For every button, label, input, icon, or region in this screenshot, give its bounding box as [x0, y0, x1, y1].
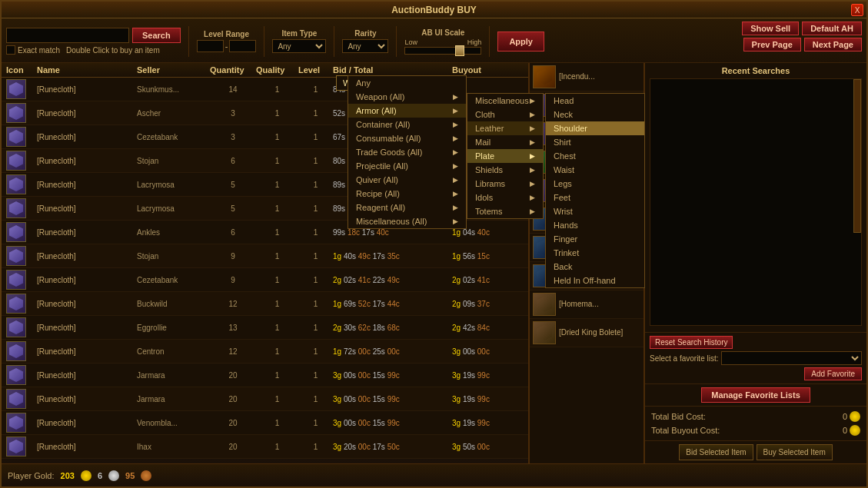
next-page-button[interactable]: Next Page — [804, 38, 862, 51]
right-list-item[interactable]: [Dried King Bolete] — [530, 319, 644, 347]
exact-match-checkbox[interactable] — [6, 45, 15, 55]
item-quality: 1 — [256, 347, 298, 356]
armor-leather[interactable]: Leather▶ — [467, 121, 543, 135]
menu-item-projectile[interactable]: Projectile (All)▶ — [348, 159, 466, 173]
table-row[interactable]: [Runecloth]Ihax20113g 20s 00c 17s 50c3g … — [2, 435, 528, 459]
search-input[interactable] — [6, 28, 129, 43]
buy-selected-button[interactable]: Buy Selected Item — [757, 444, 833, 460]
item-type-select[interactable]: Any Weapon Armor — [272, 39, 326, 53]
col-level: Level — [298, 65, 333, 75]
armor-librams[interactable]: Librams▶ — [467, 177, 543, 191]
menu-item-any[interactable]: Any — [348, 76, 466, 90]
item-seller: Eggrollie — [137, 324, 210, 332]
table-row[interactable]: [Runecloth]Stojan9111g 40s 49c 17s 35c1g… — [2, 244, 528, 268]
bid-selected-button[interactable]: Bid Selected Item — [679, 444, 753, 460]
table-row[interactable]: [Runecloth]Eggrollie13112g 30s 62c 18s 6… — [2, 316, 528, 340]
item-quality: 1 — [256, 300, 298, 308]
item-buyout: 2g 02s 41c — [452, 276, 524, 284]
arrow-icon: ▶ — [530, 152, 535, 160]
close-button[interactable]: X — [851, 4, 863, 16]
right-list-item[interactable]: [Homema... — [530, 290, 644, 319]
menu-item-weapon[interactable]: Weapon (All)▶ — [348, 90, 466, 104]
table-row[interactable]: [Runecloth]Cezetabank9112g 02s 41c 22s 4… — [2, 268, 528, 292]
armor-plate[interactable]: Plate▶ — [467, 149, 543, 163]
menu-item-misc[interactable]: Miscellaneous (All)▶ — [348, 214, 466, 228]
total-bid-label: Total Bid Cost: — [651, 412, 706, 421]
menu-item-recipe[interactable]: Recipe (All)▶ — [348, 187, 466, 201]
slot-finger[interactable]: Finger — [546, 232, 644, 246]
right-list-item[interactable]: [Incendu... — [530, 63, 644, 91]
item-icon — [6, 365, 37, 385]
close-icon: X — [855, 6, 860, 15]
menu-item-trade[interactable]: Trade Goods (All)▶ — [348, 145, 466, 159]
rarity-select[interactable]: Any Common Uncommon Rare — [342, 39, 388, 53]
exact-match-label[interactable]: Exact match — [6, 45, 60, 55]
slot-head[interactable]: Head — [546, 94, 644, 108]
slot-neck[interactable]: Neck — [546, 108, 644, 121]
table-row[interactable]: [Runecloth]Jarmara20113g 00s 00c 15s 99c… — [2, 387, 528, 411]
item-qty: 13 — [210, 324, 256, 332]
item-name: [Runecloth] — [37, 252, 137, 261]
slot-wrist[interactable]: Wrist — [546, 204, 644, 218]
item-name: [Runecloth] — [37, 133, 137, 141]
rarity-group: Rarity Any Common Uncommon Rare — [342, 29, 388, 53]
menu-item-armor[interactable]: Armor (All)▶ — [348, 104, 466, 118]
item-bid: 99s 18c 17s 40c — [333, 228, 452, 237]
table-row[interactable]: [Runecloth]Jarmara20113g 00s 00c 15s 99c… — [2, 364, 528, 387]
level-max-input[interactable] — [229, 40, 256, 52]
arrow-icon: ▶ — [530, 166, 535, 174]
slot-held-off-hand[interactable]: Held In Off-hand — [546, 274, 644, 287]
slot-trinket[interactable]: Trinket — [546, 246, 644, 260]
item-name: [Runecloth] — [37, 347, 137, 356]
menu-item-reagent[interactable]: Reagent (All)▶ — [348, 201, 466, 214]
totals-section: Total Bid Cost: 0 Total Buyout Cost: 0 — [645, 407, 866, 441]
default-ah-button[interactable]: Default AH — [802, 22, 862, 35]
armor-shields[interactable]: Shields▶ — [467, 163, 543, 177]
armor-submenu: Miscellaneous▶ Cloth▶ Leather▶ Mail▶ Pla… — [467, 93, 544, 219]
slot-hands[interactable]: Hands — [546, 218, 644, 232]
slot-legs[interactable]: Legs — [546, 177, 644, 191]
add-favorite-button[interactable]: Add Favorite — [804, 367, 862, 380]
reset-search-history-button[interactable]: Reset Search History — [650, 336, 733, 349]
item-level: 1 — [298, 300, 333, 308]
slot-chest[interactable]: Chest — [546, 149, 644, 163]
apply-button[interactable]: Apply — [497, 32, 544, 51]
armor-mail[interactable]: Mail▶ — [467, 135, 543, 149]
menu-item-quiver[interactable]: Quiver (All)▶ — [348, 173, 466, 187]
scale-slider[interactable] — [404, 47, 481, 55]
item-level: 1 — [298, 395, 333, 403]
manage-favorites-button[interactable]: Manage Favorite Lists — [701, 387, 810, 403]
slot-shoulder[interactable]: Shoulder — [546, 121, 644, 135]
item-qty: 20 — [210, 371, 256, 380]
show-sell-button[interactable]: Show Sell — [742, 22, 799, 35]
item-type-label: Item Type — [281, 29, 317, 38]
slot-feet[interactable]: Feet — [546, 191, 644, 204]
table-row[interactable]: [Runecloth]Centron12111g 72s 00c 25s 00c… — [2, 340, 528, 364]
prev-page-button[interactable]: Prev Page — [743, 38, 801, 51]
item-buyout: 3g 50s 00c — [452, 443, 524, 451]
armor-totems[interactable]: Totems▶ — [467, 204, 543, 218]
menu-item-consumable[interactable]: Consumable (All)▶ — [348, 131, 466, 145]
item-name: [Runecloth] — [37, 324, 137, 332]
level-min-input[interactable] — [197, 40, 224, 52]
recent-searches-scroll[interactable] — [650, 78, 862, 326]
slot-waist[interactable]: Waist — [546, 163, 644, 177]
search-button[interactable]: Search — [132, 28, 181, 43]
item-quality: 1 — [256, 133, 298, 141]
armor-misc[interactable]: Miscellaneous▶ — [467, 94, 543, 108]
favorites-select[interactable] — [721, 351, 862, 365]
item-buyout: 2g 09s 37c — [452, 300, 524, 308]
table-row[interactable]: [Runecloth]Venombla...20113g 00s 00c 15s… — [2, 411, 528, 435]
slot-back[interactable]: Back — [546, 260, 644, 274]
table-row[interactable]: [Runecloth]Buckwild12111g 69s 52c 17s 44… — [2, 292, 528, 316]
window-title: AuctionBuddy BUY — [391, 5, 477, 15]
slot-shirt[interactable]: Shirt — [546, 135, 644, 149]
item-icon — [6, 198, 37, 218]
item-icon — [6, 413, 37, 433]
armor-idols[interactable]: Idols▶ — [467, 191, 543, 204]
armor-cloth[interactable]: Cloth▶ — [467, 108, 543, 121]
recent-searches-section: Recent Searches — [645, 63, 866, 333]
item-level: 1 — [298, 181, 333, 189]
menu-item-container[interactable]: Container (All)▶ — [348, 118, 466, 131]
scroll-thumb[interactable] — [853, 79, 861, 233]
